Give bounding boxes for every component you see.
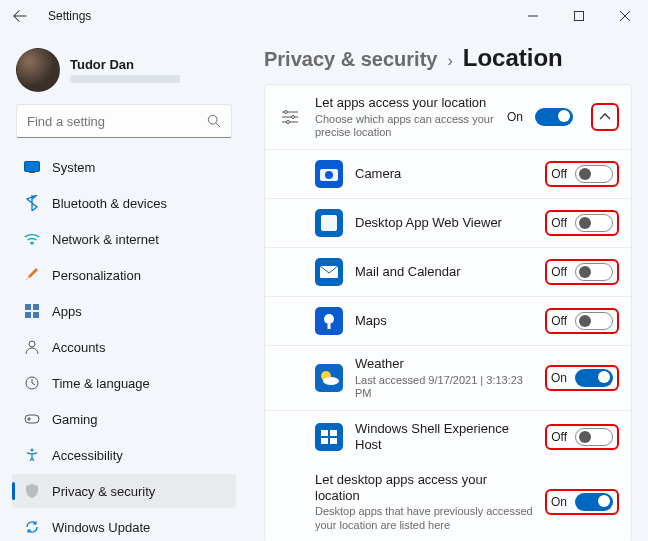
- account-profile[interactable]: Tudor Dan: [8, 40, 240, 104]
- svg-rect-25: [321, 438, 328, 444]
- nav-label: Gaming: [52, 412, 98, 427]
- nav-label: Windows Update: [52, 520, 150, 535]
- toggle-app[interactable]: [575, 214, 613, 232]
- search-input[interactable]: [27, 114, 207, 129]
- minimize-button[interactable]: [510, 0, 556, 32]
- collapse-button[interactable]: [591, 103, 619, 131]
- breadcrumb: Privacy & security › Location: [264, 44, 632, 72]
- close-button[interactable]: [602, 0, 648, 32]
- app-title: Settings: [48, 9, 91, 23]
- svg-rect-26: [330, 438, 337, 444]
- toggle-state-label: Off: [551, 430, 567, 444]
- toggle-state-label: On: [551, 371, 567, 385]
- search-icon: [207, 114, 221, 128]
- nav-label: Network & internet: [52, 232, 159, 247]
- svg-point-22: [323, 377, 339, 385]
- row-title: Let apps access your location: [315, 95, 495, 111]
- update-icon: [24, 519, 40, 535]
- close-icon: [620, 11, 630, 21]
- app-row: MapsOff: [265, 297, 631, 346]
- app-name: Windows Shell Experience Host: [355, 421, 533, 452]
- row-title: Let desktop apps access your location: [315, 472, 533, 503]
- profile-name: Tudor Dan: [70, 57, 180, 72]
- titlebar: Settings: [0, 0, 648, 32]
- system-icon: [24, 159, 40, 175]
- toggle-desktop-apps[interactable]: [575, 493, 613, 511]
- nav-network[interactable]: Network & internet: [12, 222, 236, 256]
- app-name: Mail and Calendar: [355, 264, 533, 280]
- nav-bluetooth[interactable]: Bluetooth & devices: [12, 186, 236, 220]
- toggle-app[interactable]: [575, 369, 613, 387]
- svg-point-9: [29, 341, 35, 347]
- toggle-app[interactable]: [575, 263, 613, 281]
- row-let-apps-access: Let apps access your location Choose whi…: [265, 85, 631, 150]
- accessibility-icon: [24, 447, 40, 463]
- breadcrumb-parent[interactable]: Privacy & security: [264, 48, 437, 71]
- app-icon: [315, 258, 343, 286]
- app-subtitle: Last accessed 9/17/2021 | 3:13:23 PM: [355, 374, 533, 400]
- svg-rect-6: [33, 304, 39, 310]
- wifi-icon: [24, 231, 40, 247]
- nav-label: Accessibility: [52, 448, 123, 463]
- nav-accessibility[interactable]: Accessibility: [12, 438, 236, 472]
- svg-rect-2: [25, 162, 40, 172]
- nav-system[interactable]: System: [12, 150, 236, 184]
- svg-point-4: [31, 243, 33, 245]
- maximize-icon: [574, 11, 584, 21]
- nav-label: System: [52, 160, 95, 175]
- app-row: CameraOff: [265, 150, 631, 199]
- svg-point-17: [325, 171, 333, 179]
- row-subtitle: Desktop apps that have previously access…: [315, 505, 533, 531]
- app-row: WeatherLast accessed 9/17/2021 | 3:13:23…: [265, 346, 631, 411]
- svg-rect-23: [321, 430, 328, 436]
- toggle-state-label: Off: [551, 314, 567, 328]
- nav-label: Accounts: [52, 340, 105, 355]
- nav-personalization[interactable]: Personalization: [12, 258, 236, 292]
- toggle-app[interactable]: [575, 428, 613, 446]
- app-row: Windows Shell Experience HostOff: [265, 411, 631, 462]
- svg-rect-5: [25, 304, 31, 310]
- bluetooth-icon: [24, 195, 40, 211]
- svg-point-13: [285, 110, 288, 113]
- app-name: Weather: [355, 356, 533, 372]
- search-box[interactable]: [16, 104, 232, 138]
- app-name: Maps: [355, 313, 533, 329]
- apps-icon: [24, 303, 40, 319]
- svg-rect-18: [321, 215, 337, 231]
- nav-time[interactable]: Time & language: [12, 366, 236, 400]
- nav-gaming[interactable]: Gaming: [12, 402, 236, 436]
- settings-card: Let apps access your location Choose whi…: [264, 84, 632, 541]
- nav-label: Apps: [52, 304, 82, 319]
- app-icon: [315, 423, 343, 451]
- svg-point-14: [292, 115, 295, 118]
- chevron-up-icon: [599, 113, 611, 121]
- svg-rect-3: [29, 172, 35, 173]
- app-icon: [315, 160, 343, 188]
- svg-rect-7: [25, 312, 31, 318]
- sliders-icon: [277, 109, 303, 125]
- sidebar: Tudor Dan System Bluetooth & devices Net…: [0, 32, 248, 541]
- toggle-app[interactable]: [575, 312, 613, 330]
- svg-point-15: [287, 120, 290, 123]
- svg-point-12: [31, 449, 34, 452]
- app-icon: [315, 364, 343, 392]
- back-button[interactable]: [0, 0, 40, 32]
- nav-accounts[interactable]: Accounts: [12, 330, 236, 364]
- svg-rect-24: [330, 430, 337, 436]
- svg-point-20: [324, 314, 334, 324]
- svg-rect-0: [575, 12, 584, 21]
- toggle-state-label: Off: [551, 167, 567, 181]
- toggle-let-apps[interactable]: [535, 108, 573, 126]
- svg-rect-8: [33, 312, 39, 318]
- nav-apps[interactable]: Apps: [12, 294, 236, 328]
- app-row: Desktop App Web ViewerOff: [265, 199, 631, 248]
- nav-update[interactable]: Windows Update: [12, 510, 236, 541]
- avatar: [16, 48, 60, 92]
- nav-label: Time & language: [52, 376, 150, 391]
- nav-privacy[interactable]: Privacy & security: [12, 474, 236, 508]
- toggle-state-label: Off: [551, 265, 567, 279]
- nav-label: Bluetooth & devices: [52, 196, 167, 211]
- minimize-icon: [528, 11, 538, 21]
- maximize-button[interactable]: [556, 0, 602, 32]
- toggle-app[interactable]: [575, 165, 613, 183]
